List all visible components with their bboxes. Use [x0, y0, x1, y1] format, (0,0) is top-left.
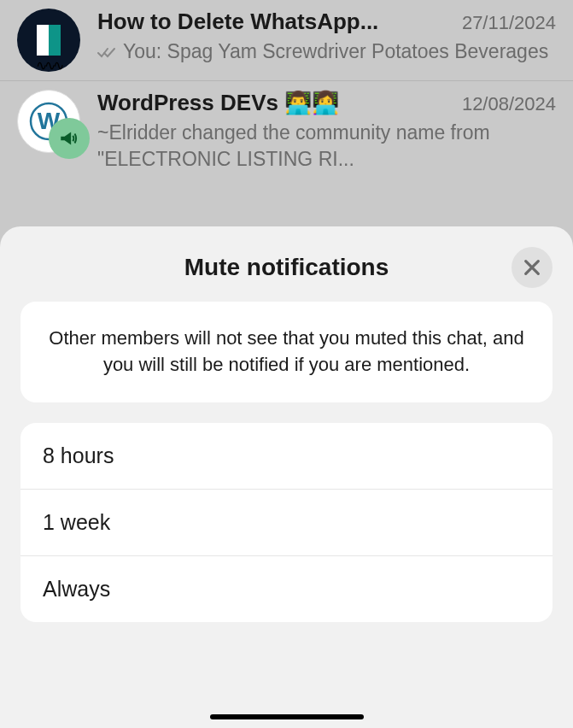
chat-date: 12/08/2024 — [462, 93, 556, 115]
read-checkmark-icon — [97, 38, 116, 65]
close-button[interactable] — [512, 247, 553, 288]
chat-avatar: ∿∿∿ — [17, 9, 80, 72]
chat-item[interactable]: ∿∿∿ How to Delete WhatsApp... 27/11/2024… — [0, 0, 573, 81]
chat-date: 27/11/2024 — [462, 12, 556, 34]
megaphone-badge — [49, 118, 90, 159]
chat-title: WordPress DEVs 👨‍💻👩‍💻 — [97, 90, 339, 116]
info-card: Other members will not see that you mute… — [20, 302, 553, 402]
chat-message: ~Elridder changed the community name fro… — [97, 120, 556, 173]
chat-content: How to Delete WhatsApp... 27/11/2024 You… — [97, 9, 556, 72]
close-icon — [523, 258, 541, 277]
megaphone-icon — [58, 127, 80, 150]
message-prefix: You: — [123, 40, 161, 62]
chat-message: You: Spag Yam Screwdriver Potatoes Bever… — [97, 38, 556, 65]
chat-title: How to Delete WhatsApp... — [97, 9, 378, 35]
info-text: Other members will not see that you mute… — [43, 326, 530, 379]
mute-options-list: 8 hours 1 week Always — [20, 423, 553, 622]
chat-list: ∿∿∿ How to Delete WhatsApp... 27/11/2024… — [0, 0, 573, 181]
mute-option-8hours[interactable]: 8 hours — [20, 423, 553, 490]
sheet-header: Mute notifications — [20, 244, 553, 281]
message-text: Spag Yam Screwdriver Potatoes Beverages — [167, 40, 549, 62]
sheet-title: Mute notifications — [184, 254, 389, 281]
mute-notifications-sheet: Mute notifications Other members will no… — [0, 226, 573, 728]
mute-option-always[interactable]: Always — [20, 556, 553, 622]
chat-content: WordPress DEVs 👨‍💻👩‍💻 12/08/2024 ~Elridd… — [97, 90, 556, 173]
mute-option-1week[interactable]: 1 week — [20, 490, 553, 556]
chat-item[interactable]: W WordPress DEVs 👨‍💻👩‍💻 12/08/2024 ~Elri… — [0, 81, 573, 181]
chat-avatar: W — [17, 90, 80, 153]
home-indicator[interactable] — [210, 714, 364, 719]
